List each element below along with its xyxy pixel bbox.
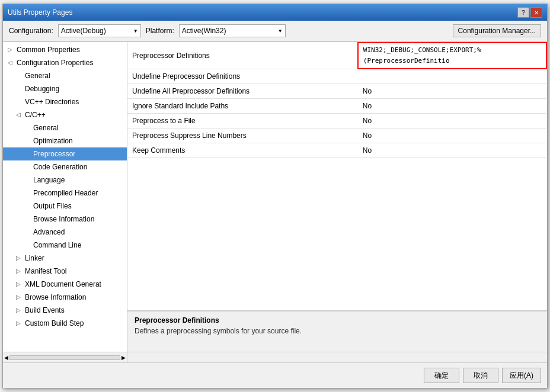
tree-item-command-line[interactable]: Command Line — [3, 239, 127, 252]
tree-item-code-generation[interactable]: Code Generation — [3, 160, 127, 173]
platform-label: Platform: — [146, 27, 174, 35]
property-value — [358, 69, 546, 83]
property-name: Preprocessor Definitions — [127, 43, 358, 69]
main-content: ▷Common Properties◁Configuration Propert… — [3, 41, 547, 352]
tree-item-label: Custom Build Step — [25, 318, 84, 329]
expander-icon: ▷ — [16, 279, 23, 290]
ok-button[interactable]: 确定 — [424, 368, 459, 383]
description-panel: Preprocessor Definitions Defines a prepr… — [127, 310, 547, 352]
property-value: No — [358, 98, 546, 113]
tree-item-label: Precompiled Header — [33, 188, 98, 198]
tree-item-label: Common Properties — [17, 44, 80, 55]
expander-icon: ▷ — [16, 305, 23, 316]
property-value: No — [358, 128, 546, 143]
property-name: Undefine Preprocessor Definitions — [127, 69, 358, 83]
expander-icon: ▷ — [16, 292, 23, 303]
tree-item-common-properties[interactable]: ▷Common Properties — [3, 43, 127, 56]
apply-button[interactable]: 应用(A) — [502, 368, 541, 383]
tree-item-vc-directories[interactable]: VC++ Directories — [3, 95, 127, 108]
properties-table: Preprocessor DefinitionsWIN32;_DEBUG;_CO… — [127, 42, 547, 310]
tree-item-build-events[interactable]: ▷Build Events — [3, 304, 127, 317]
tree-item-label: Language — [33, 175, 65, 185]
tree-item-label: Advanced — [33, 227, 65, 237]
config-manager-button[interactable]: Configuration Manager... — [453, 24, 541, 37]
expander-icon: ▷ — [16, 266, 23, 277]
description-title: Preprocessor Definitions — [135, 316, 540, 324]
scrollbar-thumb[interactable] — [9, 355, 120, 360]
table-row[interactable]: Preprocess to a FileNo — [127, 113, 546, 128]
table-row[interactable]: Undefine All Preprocessor DefinitionsNo — [127, 83, 546, 98]
title-buttons: ? ✕ — [517, 7, 542, 18]
tree-item-label: General — [33, 123, 59, 133]
table-row[interactable]: Keep CommentsNo — [127, 143, 546, 158]
expander-icon: ◁ — [8, 57, 15, 68]
tree-item-debugging[interactable]: Debugging — [3, 82, 127, 95]
tree-item-label: Code Generation — [33, 162, 87, 172]
tree-item-label: Debugging — [25, 83, 59, 94]
tree-item-label: C/C++ — [25, 110, 46, 120]
platform-arrow: ▼ — [278, 28, 283, 34]
expander-icon: ▷ — [8, 44, 15, 55]
tree-item-linker[interactable]: ▷Linker — [3, 252, 127, 265]
config-arrow: ▼ — [133, 28, 138, 34]
tree-item-label: VC++ Directories — [25, 97, 79, 107]
toolbar-row: Configuration: Active(Debug) ▼ Platform:… — [3, 21, 547, 41]
property-value: WIN32;_DEBUG;_CONSOLE;EXPORT;%(Preproces… — [358, 43, 546, 69]
tree-item-label: Browse Information — [25, 292, 86, 303]
help-button[interactable]: ? — [517, 7, 529, 18]
description-text: Defines a preprocessing symbols for your… — [135, 327, 540, 335]
tree-panel: ▷Common Properties◁Configuration Propert… — [3, 42, 127, 352]
expander-icon: ◁ — [16, 110, 23, 120]
tree-item-label: Optimization — [33, 136, 73, 146]
tree-item-label: Linker — [25, 253, 44, 264]
tree-item-label: Manifest Tool — [25, 266, 66, 277]
tree-item-browse-information[interactable]: ▷Browse Information — [3, 291, 127, 304]
tree-item-output-files[interactable]: Output Files — [3, 200, 127, 213]
tree-item-language[interactable]: Language — [3, 173, 127, 187]
right-panel: Preprocessor DefinitionsWIN32;_DEBUG;_CO… — [127, 42, 547, 352]
platform-value: Active(Win32) — [182, 27, 226, 35]
property-value: No — [358, 143, 546, 158]
tree-item-configuration-properties[interactable]: ◁Configuration Properties — [3, 56, 127, 69]
tree-item-label: Browse Information — [33, 214, 94, 224]
horizontal-scrollbar[interactable]: ◀ ▶ — [3, 352, 547, 362]
config-combo[interactable]: Active(Debug) ▼ — [58, 24, 141, 37]
tree-item-optimization[interactable]: Optimization — [3, 134, 127, 147]
tree-item-browse-info[interactable]: Browse Information — [3, 213, 127, 226]
config-label: Configuration: — [9, 27, 53, 35]
tree-item-cpp-general[interactable]: General — [3, 121, 127, 134]
tree-item-xml-doc[interactable]: ▷XML Document Generat — [3, 278, 127, 291]
property-name: Undefine All Preprocessor Definitions — [127, 83, 358, 98]
tree-item-manifest-tool[interactable]: ▷Manifest Tool — [3, 265, 127, 278]
tree-item-custom-build-step[interactable]: ▷Custom Build Step — [3, 317, 127, 330]
tree-item-advanced[interactable]: Advanced — [3, 226, 127, 239]
property-name: Preprocess Suppress Line Numbers — [127, 128, 358, 143]
tree-item-label: XML Document Generat — [25, 279, 101, 290]
tree-item-cpp[interactable]: ◁C/C++ — [3, 108, 127, 121]
properties-grid: Preprocessor DefinitionsWIN32;_DEBUG;_CO… — [127, 42, 547, 158]
table-row[interactable]: Preprocess Suppress Line NumbersNo — [127, 128, 546, 143]
config-value: Active(Debug) — [61, 27, 106, 35]
title-bar: Utils Property Pages ? ✕ — [3, 4, 547, 21]
tree-item-label: Output Files — [33, 201, 72, 211]
tree-item-general[interactable]: General — [3, 69, 127, 82]
main-dialog: Utils Property Pages ? ✕ Configuration: … — [2, 4, 548, 388]
table-row[interactable]: Ignore Standard Include PathsNo — [127, 98, 546, 113]
expander-icon: ▷ — [16, 318, 23, 329]
table-row[interactable]: Undefine Preprocessor Definitions — [127, 69, 546, 83]
tree-item-precompiled-header[interactable]: Precompiled Header — [3, 187, 127, 200]
table-row[interactable]: Preprocessor DefinitionsWIN32;_DEBUG;_CO… — [127, 43, 546, 69]
tree-item-label: General — [25, 70, 50, 81]
dialog-title: Utils Property Pages — [8, 8, 72, 17]
property-name: Keep Comments — [127, 143, 358, 158]
tree-item-label: Configuration Properties — [17, 57, 93, 68]
property-value: No — [358, 83, 546, 98]
tree-item-preprocessor[interactable]: Preprocessor — [3, 147, 127, 160]
cancel-button[interactable]: 取消 — [463, 368, 498, 383]
platform-combo[interactable]: Active(Win32) ▼ — [179, 24, 286, 37]
tree-item-label: Preprocessor — [33, 149, 75, 159]
scroll-right-icon[interactable]: ▶ — [121, 355, 126, 361]
expander-icon: ▷ — [16, 253, 23, 264]
close-button[interactable]: ✕ — [530, 7, 542, 18]
scroll-left-icon[interactable]: ◀ — [4, 355, 8, 361]
